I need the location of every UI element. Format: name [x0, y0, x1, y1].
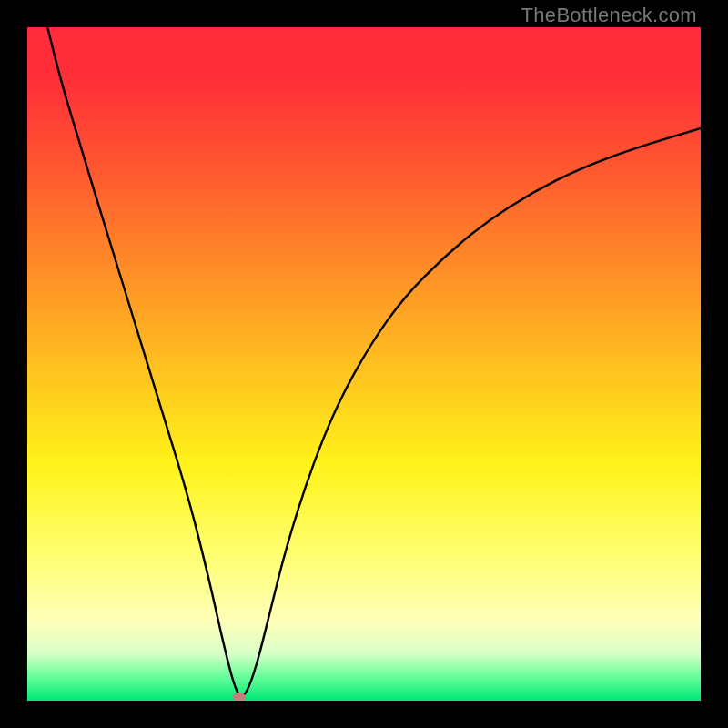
watermark-text: TheBottleneck.com	[521, 4, 697, 27]
chart-svg	[27, 27, 701, 701]
gradient-rect	[27, 27, 701, 701]
optimum-marker	[233, 693, 246, 701]
plot-area	[27, 27, 701, 701]
chart-frame: TheBottleneck.com	[0, 0, 728, 728]
